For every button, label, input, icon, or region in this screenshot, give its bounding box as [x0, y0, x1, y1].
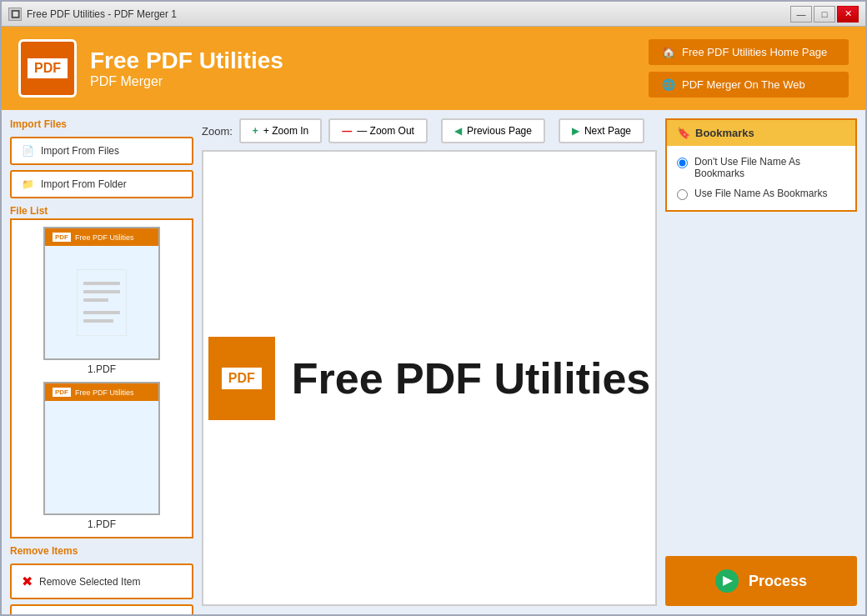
home-page-button[interactable]: 🏠 Free PDF Utilities Home Page — [649, 39, 849, 65]
thumb-app-name: Free PDF Utilities — [75, 233, 134, 242]
preview-logo: PDF — [208, 337, 275, 420]
maximize-button[interactable]: □ — [814, 6, 835, 23]
file-thumbnail: PDF Free PDF Utilities — [43, 382, 160, 515]
file-list-section: File List PDF Free PDF Utilities — [10, 205, 193, 538]
remove-selected-button[interactable]: ✖ Remove Selected Item — [10, 563, 193, 599]
zoom-in-icon: + — [253, 125, 258, 137]
title-bar-controls: — □ ✕ — [790, 6, 859, 23]
bookmark-radio1[interactable] — [677, 158, 688, 168]
remove-section: Remove Items ✖ Remove Selected Item ♻ Cl… — [10, 545, 193, 614]
file-icon: 📄 — [22, 145, 34, 157]
file-thumb-header: PDF Free PDF Utilities — [45, 228, 158, 246]
bookmarks-box: 🔖 Bookmarks Don't Use File Name As Bookm… — [665, 118, 857, 212]
import-section: Import Files 📄 Import From Files 📁 Impor… — [10, 118, 193, 198]
app-icon: 🔲 — [8, 8, 22, 21]
svg-rect-0 — [77, 269, 127, 336]
window-title: Free PDF Utilities - PDF Merger 1 — [27, 8, 177, 20]
home-page-label: Free PDF Utilities Home Page — [682, 46, 827, 58]
right-panel: 🔖 Bookmarks Don't Use File Name As Bookm… — [665, 118, 857, 606]
import-files-label: Import From Files — [41, 145, 119, 157]
bookmark-option1[interactable]: Don't Use File Name As Bookmarks — [677, 156, 845, 179]
prev-page-button[interactable]: ◀ Previous Page — [441, 118, 545, 143]
zoom-in-label: + Zoom In — [263, 125, 308, 137]
import-files-button[interactable]: 📄 Import From Files — [10, 137, 193, 165]
main-content: Import Files 📄 Import From Files 📁 Impor… — [2, 110, 865, 614]
app-name: Free PDF Utilities — [90, 48, 283, 74]
zoom-out-button[interactable]: — — Zoom Out — [328, 118, 428, 143]
app-logo: PDF — [18, 39, 77, 98]
web-page-button[interactable]: 🌐 PDF Merger On The Web — [649, 72, 849, 98]
bookmark-radio2[interactable] — [677, 189, 688, 200]
import-folder-button[interactable]: 📁 Import From Folder — [10, 170, 193, 198]
header-text: Free PDF Utilities PDF Merger — [90, 48, 283, 89]
bookmarks-content: Don't Use File Name As Bookmarks Use Fil… — [667, 146, 855, 210]
process-label: Process — [749, 573, 807, 590]
svg-rect-3 — [83, 298, 108, 302]
list-item[interactable]: PDF Free PDF Utilities — [35, 227, 168, 375]
web-icon: 🌐 — [662, 78, 675, 91]
thumb-logo: PDF — [52, 387, 72, 398]
thumb-content — [77, 246, 127, 358]
list-item[interactable]: PDF Free PDF Utilities 1.PDF — [35, 382, 168, 530]
bookmark-option2[interactable]: Use File Name As Bookmarks — [677, 188, 845, 200]
next-page-label: Next Page — [584, 125, 631, 137]
web-page-label: PDF Merger On The Web — [682, 78, 805, 91]
zoom-out-icon: — — [342, 125, 352, 137]
bookmarks-title: Bookmarks — [695, 127, 754, 139]
app-window: 🔲 Free PDF Utilities - PDF Merger 1 — □ … — [0, 0, 867, 616]
next-page-button[interactable]: ▶ Next Page — [559, 118, 644, 143]
app-header: PDF Free PDF Utilities PDF Merger 🏠 Free… — [2, 27, 865, 110]
zoom-in-button[interactable]: + + Zoom In — [239, 118, 322, 143]
file-name: 1.PDF — [88, 363, 116, 375]
svg-rect-2 — [83, 290, 120, 293]
prev-page-icon: ◀ — [454, 125, 462, 137]
bookmark-option2-label: Use File Name As Bookmarks — [694, 188, 827, 199]
process-button[interactable]: Process — [665, 556, 857, 606]
remove-icon: ✖ — [22, 573, 33, 589]
thumb-preview-svg — [77, 269, 127, 336]
app-subtitle: PDF Merger — [90, 74, 283, 89]
preview-content: PDF Free PDF Utilities — [208, 337, 651, 420]
preview-logo-text: PDF — [219, 365, 264, 392]
remove-selected-label: Remove Selected Item — [39, 576, 140, 588]
home-icon: 🏠 — [662, 46, 675, 58]
play-triangle — [723, 576, 733, 586]
preview-title: Free PDF Utilities — [292, 353, 651, 403]
minimize-button[interactable]: — — [790, 6, 812, 23]
import-folder-label: Import From Folder — [41, 178, 127, 190]
clear-file-button[interactable]: ♻ Clear File List — [10, 604, 193, 614]
thumb-app-name: Free PDF Utilities — [75, 388, 134, 397]
file-list-box[interactable]: PDF Free PDF Utilities — [10, 218, 193, 538]
title-bar-left: 🔲 Free PDF Utilities - PDF Merger 1 — [8, 8, 177, 21]
close-button[interactable]: ✕ — [837, 6, 859, 23]
center-panel: Zoom: + + Zoom In — — Zoom Out ◀ Previou… — [202, 118, 657, 606]
file-thumbnail: PDF Free PDF Utilities — [43, 227, 160, 360]
right-panel-inner: 🔖 Bookmarks Don't Use File Name As Bookm… — [665, 118, 857, 606]
import-label: Import Files — [10, 118, 193, 130]
prev-page-label: Previous Page — [467, 125, 532, 137]
header-left: PDF Free PDF Utilities PDF Merger — [18, 39, 283, 98]
zoom-label: Zoom: — [202, 125, 233, 138]
svg-rect-5 — [83, 319, 113, 323]
left-panel: Import Files 📄 Import From Files 📁 Impor… — [10, 118, 193, 606]
logo-text: PDF — [25, 56, 70, 81]
preview-area: PDF Free PDF Utilities — [202, 150, 657, 606]
play-icon — [715, 569, 739, 593]
header-right: 🏠 Free PDF Utilities Home Page 🌐 PDF Mer… — [649, 39, 849, 98]
svg-rect-1 — [83, 282, 120, 285]
bookmarks-header: 🔖 Bookmarks — [667, 120, 855, 146]
file-list-label: File List — [10, 205, 193, 217]
remove-label: Remove Items — [10, 545, 193, 557]
file-name: 1.PDF — [88, 518, 116, 530]
folder-icon: 📁 — [22, 178, 34, 190]
svg-rect-4 — [83, 311, 120, 314]
next-page-icon: ▶ — [572, 125, 579, 137]
toolbar: Zoom: + + Zoom In — — Zoom Out ◀ Previou… — [202, 118, 657, 143]
zoom-out-label: — Zoom Out — [357, 125, 414, 137]
bookmarks-top: 🔖 Bookmarks Don't Use File Name As Bookm… — [665, 118, 857, 212]
title-bar: 🔲 Free PDF Utilities - PDF Merger 1 — □ … — [2, 2, 865, 27]
bookmark-icon: 🔖 — [677, 127, 690, 139]
file-thumb-header: PDF Free PDF Utilities — [45, 383, 158, 401]
thumb-logo: PDF — [52, 232, 72, 243]
bookmark-option1-label: Don't Use File Name As Bookmarks — [694, 156, 845, 179]
